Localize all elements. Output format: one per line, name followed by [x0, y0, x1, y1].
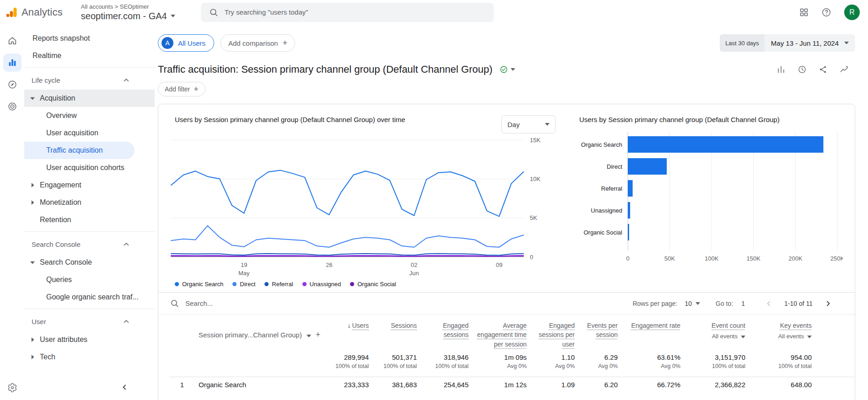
- dimension-header[interactable]: Session primary...Channel Group)+: [195, 321, 322, 349]
- svg-text:Direct: Direct: [607, 163, 622, 170]
- chevron-up-icon: [124, 78, 129, 82]
- column-header-event-count[interactable]: Event countAll events: [680, 321, 745, 349]
- sidebar-item-engagement[interactable]: Engagement: [24, 176, 155, 194]
- rows-per-page-select[interactable]: 10: [685, 300, 700, 307]
- property-block: All accounts > SEOptimer seoptimer.com -…: [81, 3, 175, 21]
- column-header-engaged-sessions-per-user[interactable]: Engaged sessions per user: [527, 321, 575, 349]
- legend-dot-icon: [264, 282, 269, 286]
- goto-page-input[interactable]: 1: [741, 300, 745, 307]
- reports-icon[interactable]: [3, 53, 22, 72]
- metric-event-filter[interactable]: All events: [680, 332, 745, 341]
- metric-event-filter[interactable]: All events: [745, 332, 812, 341]
- sidebar-item-acquisition[interactable]: Acquisition: [24, 90, 155, 107]
- sidebar-item-google-organic-search-traf[interactable]: Google organic search traf...: [24, 288, 155, 306]
- column-header-label: Events per session: [587, 322, 618, 338]
- home-icon[interactable]: [3, 32, 22, 50]
- help-icon[interactable]: [821, 7, 831, 17]
- charts-row: Users by Session primary channel group (…: [158, 104, 855, 292]
- sidebar-item-user-attributes[interactable]: User attributes: [24, 331, 155, 348]
- column-header-events-per-session[interactable]: Events per session: [575, 321, 618, 349]
- sidebar-item-label: Google organic search traf...: [46, 293, 139, 301]
- sidebar-item-traffic-acquisition[interactable]: Traffic acquisition: [24, 142, 135, 159]
- insights-icon[interactable]: [840, 65, 849, 74]
- granularity-select[interactable]: Day: [501, 115, 555, 133]
- add-filter-button[interactable]: Add filter +: [158, 82, 205, 96]
- chevron-down-icon: [695, 302, 700, 305]
- analytics-logo[interactable]: Analytics: [5, 6, 63, 18]
- totals-index-spacer: [169, 353, 195, 369]
- svg-text:May: May: [238, 270, 250, 277]
- chevron-down-icon: [807, 332, 812, 341]
- column-header-users[interactable]: ↓Users: [322, 321, 369, 349]
- user-avatar[interactable]: R: [844, 5, 860, 20]
- data-quality-icon[interactable]: [798, 65, 807, 74]
- advertising-icon[interactable]: [3, 97, 22, 116]
- share-report-icon[interactable]: [819, 65, 828, 74]
- collapse-sidenav-button[interactable]: [118, 381, 131, 394]
- column-header-line: Engagement rate: [618, 321, 680, 330]
- sidebar-item-queries[interactable]: Queries: [24, 271, 155, 288]
- sort-descending-icon: ↓: [347, 322, 350, 329]
- customize-report-icon[interactable]: [776, 65, 786, 74]
- next-page-button[interactable]: [822, 297, 835, 310]
- breadcrumb[interactable]: All accounts > SEOptimer: [81, 3, 175, 10]
- sidebar-item-monetization[interactable]: Monetization: [24, 194, 155, 211]
- previous-page-button[interactable]: [762, 297, 775, 310]
- column-header-line: Sessions: [369, 321, 417, 330]
- column-header-engagement-rate[interactable]: Engagement rate: [618, 321, 680, 349]
- goto-label: Go to:: [716, 300, 733, 307]
- row-metric-value: 1.09: [527, 381, 575, 389]
- sidebar-section-search-console[interactable]: Search Console: [24, 235, 155, 254]
- chevron-down-icon: [844, 42, 849, 44]
- sidebar-item-search-console[interactable]: Search Console: [24, 254, 155, 271]
- row-metric-value: 6.20: [575, 381, 618, 389]
- table-search-input[interactable]: [185, 299, 323, 307]
- column-header-label: Engaged sessions: [443, 322, 469, 338]
- table-row[interactable]: 1Organic Search233,333381,683254,6451m 1…: [169, 377, 855, 394]
- sidebar-section-life-cycle[interactable]: Life cycle: [24, 70, 155, 90]
- triangle-right-icon: [30, 200, 35, 205]
- sidebar-item-realtime[interactable]: Realtime: [24, 47, 155, 64]
- page-title: Traffic acquisition: Session primary cha…: [158, 64, 492, 75]
- sidebar-item-overview[interactable]: Overview: [24, 107, 155, 124]
- global-search-input[interactable]: [225, 8, 485, 16]
- column-header-sessions[interactable]: Sessions: [369, 321, 417, 349]
- row-metric-value: 381,683: [369, 381, 417, 389]
- table-pagination: Rows per page: 10 Go to: 1 1-10 of 11: [632, 297, 835, 310]
- totals-subtext: 100% of total: [745, 363, 812, 369]
- sidebar-item-user-acquisition-cohorts[interactable]: User acquisition cohorts: [24, 159, 155, 176]
- column-header-engaged-sessions[interactable]: Engaged sessions: [417, 321, 469, 349]
- global-search[interactable]: [201, 3, 494, 22]
- sidebar-item-retention[interactable]: Retention: [24, 211, 155, 229]
- totals-value: 63.61%: [618, 353, 680, 361]
- column-header-average-engagement-time-per-session[interactable]: Average engagement time per session: [469, 321, 527, 349]
- property-selector[interactable]: seoptimer.com - GA4: [81, 11, 175, 21]
- totals-cell: 318,946100% of total: [417, 353, 469, 369]
- legend-item-referral: Referral: [264, 281, 293, 288]
- legend-item-organic-social: Organic Social: [350, 281, 396, 288]
- sidebar-item-reports-snapshot[interactable]: Reports snapshot: [24, 30, 155, 47]
- table-search[interactable]: [170, 299, 323, 308]
- row-dimension-value: Organic Search: [195, 381, 322, 389]
- explore-icon[interactable]: [3, 75, 22, 94]
- add-comparison-button[interactable]: Add comparison +: [221, 34, 295, 52]
- sidebar-item-label: Monetization: [40, 198, 81, 207]
- add-dimension-icon[interactable]: +: [316, 331, 321, 339]
- apps-grid-icon[interactable]: [799, 8, 809, 17]
- settings-gear-icon[interactable]: [7, 383, 17, 393]
- svg-text:15K: 15K: [530, 137, 540, 144]
- property-name: seoptimer.com - GA4: [81, 11, 167, 21]
- sidenav: Reports snapshotRealtimeLife cycleAcquis…: [24, 24, 155, 400]
- sidebar-item-tech[interactable]: Tech: [24, 348, 155, 366]
- column-header-label: Engagement rate: [631, 322, 680, 329]
- all-users-chip[interactable]: A All Users: [158, 34, 214, 52]
- sidebar-item-label: Traffic acquisition: [46, 146, 103, 155]
- sidebar-item-label: User acquisition: [46, 129, 98, 137]
- comparison-controls: A All Users Add comparison + Last 30 day…: [158, 34, 855, 52]
- column-header-key-events[interactable]: Key eventsAll events: [745, 321, 812, 349]
- sidebar-section-user[interactable]: User: [24, 312, 155, 331]
- sidebar-item-user-acquisition[interactable]: User acquisition: [24, 124, 155, 142]
- report-validity-badge[interactable]: [497, 64, 518, 75]
- date-range-picker[interactable]: Last 30 days May 13 - Jun 11, 2024: [720, 34, 855, 52]
- chevron-up-icon: [124, 242, 129, 246]
